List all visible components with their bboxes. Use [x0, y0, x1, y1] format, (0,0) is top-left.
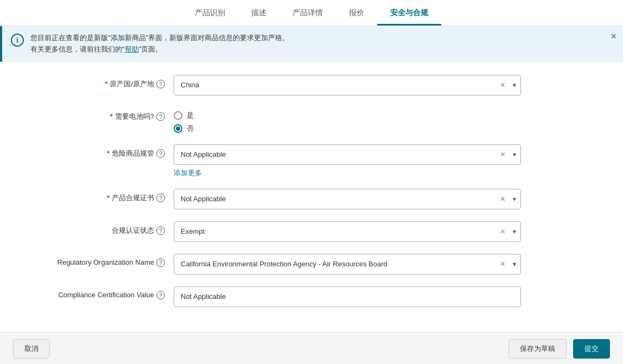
- compliance-cert-row: * 产品合规证书 ? Not Applicable × ▾: [22, 189, 601, 210]
- regulatory-org-label: Regulatory Organization Name ?: [22, 254, 174, 267]
- compliance-cert-value-control: [174, 286, 521, 307]
- regulatory-org-clear[interactable]: ×: [500, 260, 505, 269]
- tab-safety-compliance[interactable]: 安全与合规: [377, 1, 441, 25]
- compliance-status-select[interactable]: Exempt × ▾: [174, 221, 521, 242]
- banner-line2-prefix: 有关更多信息，请前往我们的": [30, 45, 125, 53]
- country-of-origin-row: * 原产国/原产地 ? China × ▾: [22, 75, 601, 97]
- submit-button[interactable]: 提交: [573, 339, 610, 359]
- compliance-cert-arrow[interactable]: ▾: [513, 195, 516, 203]
- hazmat-regulation-control: Not Applicable × ▾ 添加更多: [174, 144, 521, 178]
- battery-yes-label: 是: [187, 111, 194, 120]
- compliance-status-control: Exempt × ▾: [174, 221, 521, 242]
- compliance-cert-help-icon[interactable]: ?: [156, 194, 165, 202]
- compliance-status-help-icon[interactable]: ?: [156, 226, 165, 235]
- compliance-cert-value-help-icon[interactable]: ?: [156, 291, 165, 299]
- country-of-origin-control: China × ▾: [174, 75, 521, 95]
- help-link[interactable]: 帮助: [125, 45, 139, 53]
- tab-product-detail[interactable]: 产品详情: [279, 1, 336, 25]
- banner-close-button[interactable]: ×: [611, 31, 616, 41]
- compliance-cert-select[interactable]: Not Applicable × ▾: [174, 189, 521, 209]
- tab-quote[interactable]: 报价: [336, 1, 377, 25]
- footer-right: 保存为草稿 提交: [508, 339, 610, 359]
- country-of-origin-clear[interactable]: ×: [500, 81, 505, 90]
- compliance-status-label: 合规认证状态 ?: [22, 221, 174, 235]
- hazmat-regulation-arrow[interactable]: ▾: [513, 151, 516, 158]
- tab-description[interactable]: 描述: [238, 1, 279, 25]
- battery-no-radio[interactable]: [174, 124, 182, 133]
- battery-required-control: 是 否: [174, 107, 521, 133]
- cancel-button[interactable]: 取消: [13, 339, 50, 359]
- country-of-origin-arrow[interactable]: ▾: [513, 81, 516, 89]
- regulatory-org-help-icon[interactable]: ?: [156, 258, 165, 267]
- compliance-cert-value-input[interactable]: [174, 286, 521, 307]
- compliance-status-value: Exempt: [181, 227, 501, 235]
- compliance-cert-label: * 产品合规证书 ?: [22, 189, 174, 203]
- hazmat-regulation-clear[interactable]: ×: [500, 150, 505, 159]
- battery-required-help-icon[interactable]: ?: [156, 112, 165, 121]
- hazmat-regulation-help-icon[interactable]: ?: [156, 149, 165, 158]
- tab-product-id[interactable]: 产品识别: [182, 1, 238, 25]
- regulatory-org-select[interactable]: California Environmental Protection Agen…: [174, 254, 521, 274]
- regulatory-org-arrow[interactable]: ▾: [513, 260, 516, 268]
- hazmat-add-more-link[interactable]: 添加更多: [174, 168, 202, 178]
- regulatory-org-value: California Environmental Protection Agen…: [181, 260, 501, 268]
- battery-yes-option[interactable]: 是: [174, 111, 521, 120]
- hazmat-regulation-row: * 危险商品规管 ? Not Applicable × ▾ 添加更多: [22, 144, 601, 178]
- battery-yes-radio[interactable]: [174, 111, 182, 120]
- banner-line2-suffix: "页面。: [139, 45, 163, 53]
- info-banner: i 您目前正在查看的是新版"添加新商品"界面，新版界面对商品信息的要求更加严格。…: [0, 26, 623, 62]
- battery-required-row: * 需要电池吗? ? 是 否: [22, 107, 601, 133]
- banner-line2: 有关更多信息，请前往我们的"帮助"页面。: [30, 44, 289, 55]
- compliance-status-clear[interactable]: ×: [500, 227, 505, 236]
- regulatory-org-row: Regulatory Organization Name ? Californi…: [22, 254, 601, 276]
- save-draft-button[interactable]: 保存为草稿: [508, 339, 567, 359]
- compliance-cert-control: Not Applicable × ▾: [174, 189, 521, 209]
- compliance-cert-value: Not Applicable: [181, 195, 501, 203]
- compliance-cert-value-row: Compliance Certification Value ?: [22, 286, 601, 308]
- country-of-origin-label: * 原产国/原产地 ?: [22, 75, 174, 89]
- battery-radio-group: 是 否: [174, 107, 521, 133]
- compliance-cert-clear[interactable]: ×: [500, 195, 505, 203]
- compliance-cert-value-label: Compliance Certification Value ?: [22, 286, 174, 299]
- country-of-origin-help-icon[interactable]: ?: [156, 80, 165, 88]
- hazmat-regulation-value: Not Applicable: [181, 150, 501, 158]
- main-form: * 原产国/原产地 ? China × ▾ * 需要电池吗? ? 是: [0, 62, 623, 332]
- compliance-status-arrow[interactable]: ▾: [513, 228, 516, 235]
- compliance-status-row: 合规认证状态 ? Exempt × ▾: [22, 221, 601, 243]
- hazmat-regulation-label: * 危险商品规管 ?: [22, 144, 174, 158]
- country-of-origin-value: China: [181, 81, 501, 89]
- top-navigation: 产品识别 描述 产品详情 报价 安全与合规: [0, 0, 623, 26]
- battery-no-option[interactable]: 否: [174, 124, 521, 133]
- info-text: 您目前正在查看的是新版"添加新商品"界面，新版界面对商品信息的要求更加严格。 有…: [30, 33, 289, 55]
- banner-line1: 您目前正在查看的是新版"添加新商品"界面，新版界面对商品信息的要求更加严格。: [30, 33, 289, 44]
- battery-no-label: 否: [187, 124, 194, 133]
- battery-required-label: * 需要电池吗? ?: [22, 107, 174, 122]
- hazmat-regulation-select[interactable]: Not Applicable × ▾: [174, 144, 521, 165]
- footer: 取消 保存为草稿 提交: [0, 332, 623, 364]
- regulatory-org-control: California Environmental Protection Agen…: [174, 254, 521, 274]
- info-icon: i: [11, 34, 24, 47]
- country-of-origin-select[interactable]: China × ▾: [174, 75, 521, 95]
